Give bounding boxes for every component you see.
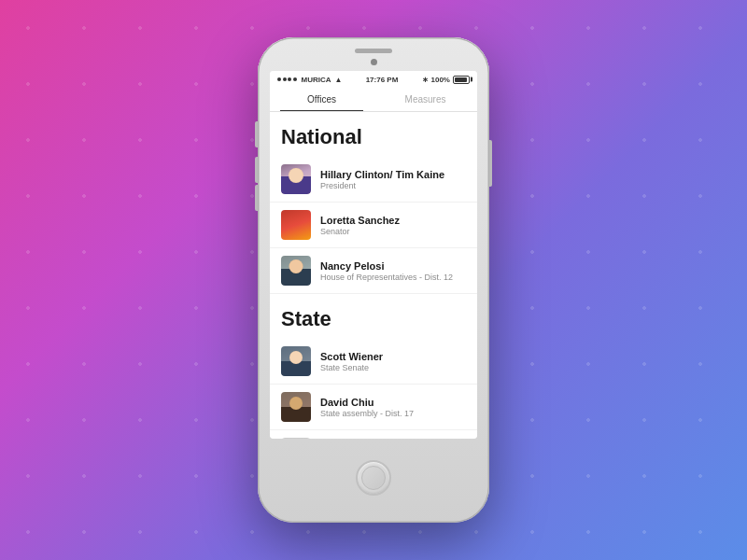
carrier-label: MURICA [302,76,331,84]
candidate-info-scott: Scott Wiener State Senate [320,351,466,372]
avatar-loretta [281,210,311,240]
avatar-david [281,392,311,422]
candidate-row-nancy[interactable]: Nancy Pelosi House of Representatives - … [270,248,477,294]
candidate-info-david: David Chiu State assembly - Dist. 17 [320,397,466,418]
battery-percent: 100% [431,76,450,84]
avatar-placeholder-phil [281,438,311,439]
time-display: 17:76 PM [366,76,399,84]
candidate-row-loretta[interactable]: Loretta Sanchez Senator [270,203,477,248]
speaker [355,49,392,53]
phone-shell: MURICA ▲ 17:76 PM ∗ 100% Offices Measure… [258,37,489,523]
candidate-row-scott[interactable]: Scott Wiener State Senate [270,339,477,385]
section-header-national: National [270,112,477,157]
avatar-clinton [281,164,311,194]
status-left: MURICA ▲ [277,76,342,84]
battery-icon [453,76,470,84]
bluetooth-icon: ∗ [422,76,429,84]
avatar-scott [281,346,311,376]
signal-dot [288,77,291,81]
camera [371,59,377,65]
candidate-row-david[interactable]: David Chiu State assembly - Dist. 17 [270,385,477,430]
signal-dot [277,77,281,81]
tab-bar: Offices Measures [270,88,477,112]
phone-top [258,37,489,71]
status-right: ∗ 100% [422,76,470,84]
tab-offices[interactable]: Offices [270,88,374,111]
avatar-nancy [281,256,311,286]
tab-measures[interactable]: Measures [374,88,477,111]
status-bar: MURICA ▲ 17:76 PM ∗ 100% [270,71,477,88]
home-button-area [356,439,391,523]
signal-bars-icon [277,77,297,81]
candidate-info-clinton: Hillary Clinton/ Tim Kaine President [320,169,466,190]
battery-fill [455,77,467,82]
section-header-state: State [270,294,477,339]
screen: MURICA ▲ 17:76 PM ∗ 100% Offices Measure… [270,71,477,439]
content-area[interactable]: National Hillary Clinton/ Tim Kaine Pres… [270,112,477,439]
candidate-row-clinton[interactable]: Hillary Clinton/ Tim Kaine President [270,157,477,203]
candidate-info-nancy: Nancy Pelosi House of Representatives - … [320,260,466,282]
signal-dot [283,77,287,81]
candidate-info-loretta: Loretta Sanchez Senator [320,215,466,236]
wifi-icon: ▲ [335,76,343,84]
home-button-inner [361,466,386,490]
home-button[interactable] [356,460,391,496]
candidate-row-phil[interactable]: Phil Ting State assembly - Dist. 19 [270,430,477,439]
signal-dot [293,77,297,81]
